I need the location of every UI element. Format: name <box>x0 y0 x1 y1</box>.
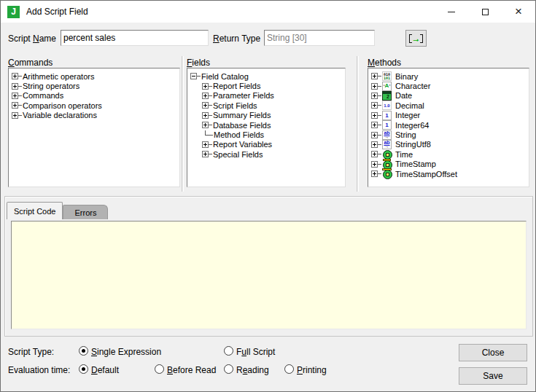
tree-item-integer[interactable]: 1Integer <box>368 111 529 120</box>
return-type-value: String [30] <box>267 33 307 43</box>
radio-before-read[interactable] <box>155 364 164 374</box>
tree-item-commands[interactable]: Commands <box>9 91 179 101</box>
splitter-commands-fields[interactable] <box>182 56 184 192</box>
expand-box-icon[interactable] <box>371 141 378 148</box>
expand-box-icon[interactable] <box>12 112 18 119</box>
radio-label-full-script[interactable]: Full Script <box>236 347 275 357</box>
tree-item-report-fields[interactable]: Report Fields <box>187 81 345 90</box>
string-icon: ab→ <box>382 140 392 149</box>
tree-item-summary-fields[interactable]: Summary Fields <box>187 111 345 120</box>
splitter-fields-methods[interactable] <box>357 56 359 192</box>
expand-box-icon[interactable] <box>12 102 18 109</box>
radio-single-expression[interactable] <box>79 346 88 356</box>
tree-item-decimal[interactable]: 1.0Decimal <box>368 101 529 110</box>
maximize-icon <box>482 9 489 15</box>
tree-item-method-fields[interactable]: Method Fields <box>187 130 345 139</box>
expand-box-icon[interactable] <box>12 83 18 90</box>
tree-item-string[interactable]: ab→String <box>368 130 529 139</box>
expand-box-icon[interactable] <box>202 122 209 128</box>
tree-item-database-fields[interactable]: Database Fields <box>187 120 345 130</box>
radio-full-script[interactable] <box>224 346 233 356</box>
methods-listbox[interactable]: 010101Binary‘A’Character2Date1.0Decimal1… <box>368 68 529 187</box>
expand-box-icon[interactable] <box>12 73 18 79</box>
commands-listbox[interactable]: Arithmetic operatorsString operatorsComm… <box>8 68 180 187</box>
fields-listbox[interactable]: Field CatalogReport FieldsParameter Fiel… <box>187 68 346 187</box>
tree-item-character[interactable]: ‘A’Character <box>368 81 529 90</box>
radio-label-printing[interactable]: Printing <box>297 365 327 375</box>
tree-line <box>202 130 213 140</box>
titlebar-close-button[interactable] <box>502 1 535 23</box>
radio-printing[interactable] <box>284 364 294 374</box>
tree-item-label: Integer <box>395 111 420 119</box>
date-icon: 2 <box>382 91 392 101</box>
expand-box-icon[interactable] <box>371 122 378 128</box>
minimize-icon <box>448 12 455 12</box>
tree-item-special-fields[interactable]: Special Fields <box>187 149 345 159</box>
add-script-field-dialog: J Add Script Field Script Name percent s… <box>0 0 536 392</box>
maximize-button[interactable] <box>468 1 502 23</box>
expand-box-icon[interactable] <box>371 132 378 138</box>
radio-label-default[interactable]: Default <box>91 365 119 375</box>
tab-errors[interactable]: Errors <box>63 205 108 219</box>
tree-item-label: String <box>395 130 416 139</box>
expand-box-icon[interactable] <box>202 112 209 119</box>
save-button[interactable]: Save <box>459 367 527 385</box>
tree-item-label: Variable declarations <box>22 111 97 119</box>
tree-item-date[interactable]: 2Date <box>368 91 529 101</box>
close-button[interactable]: Close <box>459 344 527 361</box>
radio-reading[interactable] <box>224 364 233 374</box>
script-code-editor[interactable] <box>11 221 527 329</box>
tree-item-variable-declarations[interactable]: Variable declarations <box>9 111 179 120</box>
tab-script-code[interactable]: Script Code <box>7 202 63 219</box>
minimize-button[interactable] <box>435 1 468 23</box>
expand-box-icon[interactable] <box>371 161 378 168</box>
expand-box-icon[interactable] <box>371 102 378 109</box>
tree-item-integer64[interactable]: 1Integer64 <box>368 120 529 130</box>
expand-box-icon[interactable] <box>202 102 209 109</box>
expand-box-icon[interactable] <box>371 151 378 157</box>
expand-box-icon[interactable] <box>202 141 209 148</box>
tree-item-timestamp[interactable]: TimeStamp <box>368 160 529 169</box>
expand-box-icon[interactable] <box>371 170 378 177</box>
tree-item-script-fields[interactable]: Script Fields <box>187 101 345 110</box>
return-type-picker-button[interactable] <box>405 30 427 47</box>
radio-label-before-read[interactable]: Before Read <box>167 365 216 375</box>
radio-default[interactable] <box>79 364 88 374</box>
tree-item-string-operators[interactable]: String operators <box>9 81 179 90</box>
collapse-box-icon[interactable] <box>190 73 197 79</box>
tree-line <box>378 164 381 165</box>
script-name-input[interactable]: percent sales <box>61 30 209 46</box>
tree-item-timestampoffset[interactable]: TimeStampOffset <box>368 169 529 179</box>
tree-item-binary[interactable]: 010101Binary <box>368 71 529 81</box>
binary-icon: 010101 <box>382 71 392 81</box>
tree-item-parameter-fields[interactable]: Parameter Fields <box>187 91 345 101</box>
tree-line <box>378 144 381 145</box>
radio-label-single-expression[interactable]: Single Expression <box>91 347 161 357</box>
tree-item-field-catalog[interactable]: Field Catalog <box>187 71 345 81</box>
expand-box-icon[interactable] <box>371 83 378 90</box>
tree-item-stringutf8[interactable]: ab→StringUtf8 <box>368 140 529 149</box>
tree-item-label: Summary Fields <box>212 111 271 119</box>
expand-box-icon[interactable] <box>202 93 209 99</box>
tree-line <box>378 115 381 116</box>
tree-item-comparison-operators[interactable]: Comparison operators <box>9 101 179 110</box>
tree-item-arithmetic-operators[interactable]: Arithmetic operators <box>9 71 179 81</box>
tree-item-label: Comparison operators <box>22 101 102 110</box>
timestampoffset-icon <box>382 169 392 179</box>
tree-item-time[interactable]: Time <box>368 149 529 159</box>
tree-line <box>378 125 381 125</box>
tree-item-label: Database Fields <box>212 121 271 130</box>
radio-label-reading[interactable]: Reading <box>236 365 269 375</box>
expand-box-icon[interactable] <box>371 73 378 79</box>
expand-box-icon[interactable] <box>202 83 209 90</box>
expand-box-icon[interactable] <box>371 93 378 99</box>
expand-box-icon[interactable] <box>12 93 18 99</box>
tree-item-label: TimeStampOffset <box>395 170 457 179</box>
expand-box-icon[interactable] <box>202 151 209 157</box>
expand-box-icon[interactable] <box>371 112 378 119</box>
script-name-label: Script Name <box>8 34 56 44</box>
evaluation-time-label: Evaluation time: <box>8 365 70 375</box>
tree-item-label: Integer64 <box>395 121 429 130</box>
tree-item-report-variables[interactable]: Report Variables <box>187 140 345 149</box>
tree-item-label: String operators <box>22 82 79 90</box>
